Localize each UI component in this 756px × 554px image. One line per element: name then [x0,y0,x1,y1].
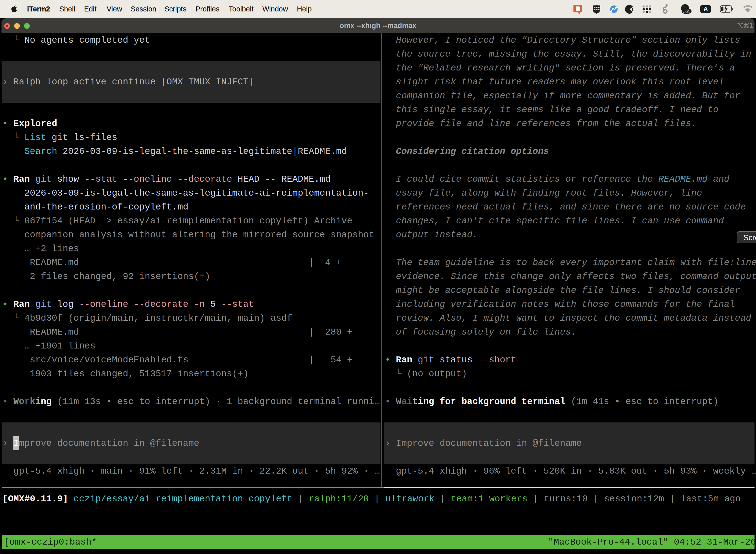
svg-text:..61: ..61 [683,9,690,14]
